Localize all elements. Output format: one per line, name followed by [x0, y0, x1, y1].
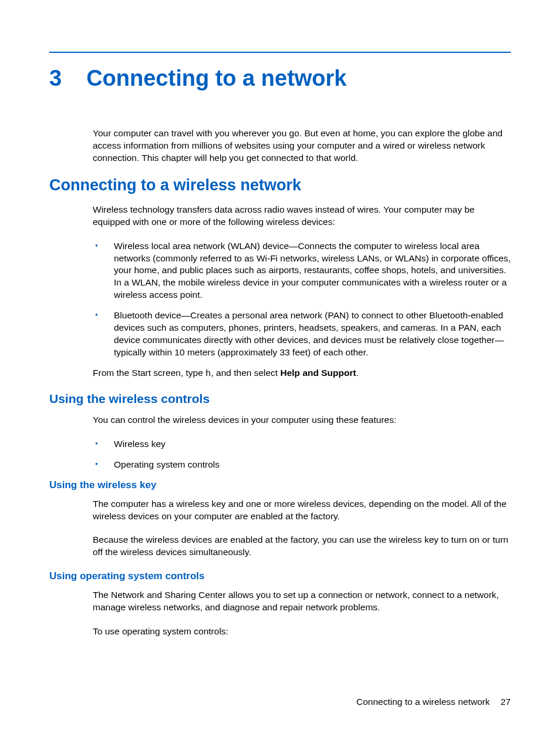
list-item: Operating system controls: [93, 459, 511, 471]
footer-section-title: Connecting to a wireless network: [356, 697, 490, 707]
wireless-key-para1: The computer has a wireless key and one …: [93, 498, 511, 523]
wireless-device-list: Wireless local area network (WLAN) devic…: [93, 240, 511, 359]
text-fragment: , and then select: [211, 368, 280, 378]
section-heading-wireless: Connecting to a wireless network: [49, 176, 511, 194]
page-footer: Connecting to a wireless network 27: [356, 697, 511, 707]
help-support-paragraph: From the Start screen, type h, and then …: [93, 367, 511, 380]
subsub-heading-os-controls: Using operating system controls: [49, 570, 511, 582]
page-number: 27: [501, 697, 511, 707]
chapter-number: 3: [49, 66, 62, 91]
controls-intro-paragraph: You can control the wireless devices in …: [93, 414, 511, 426]
subsub-heading-wireless-key: Using the wireless key: [49, 479, 511, 491]
os-controls-para1: The Network and Sharing Center allows yo…: [93, 589, 511, 614]
bold-text: Help and Support: [280, 368, 356, 378]
text-fragment: From the Start screen, type: [93, 368, 205, 378]
chapter-rule: [49, 52, 511, 53]
wireless-key-para2: Because the wireless devices are enabled…: [93, 534, 511, 559]
page-content: 3 Connecting to a network Your computer …: [0, 0, 560, 638]
chapter-title: Connecting to a network: [86, 66, 346, 91]
chapter-heading: 3 Connecting to a network: [49, 66, 511, 91]
subsection-heading-controls: Using the wireless controls: [49, 392, 511, 406]
list-item: Wireless local area network (WLAN) devic…: [93, 240, 511, 302]
wireless-intro-paragraph: Wireless technology transfers data acros…: [93, 204, 511, 228]
os-controls-para2: To use operating system controls:: [93, 626, 511, 638]
list-item: Wireless key: [93, 438, 511, 451]
intro-paragraph: Your computer can travel with you wherev…: [93, 127, 511, 164]
controls-list: Wireless key Operating system controls: [93, 438, 511, 471]
text-fragment: .: [356, 368, 359, 378]
list-item: Bluetooth device—Creates a personal area…: [93, 310, 511, 359]
